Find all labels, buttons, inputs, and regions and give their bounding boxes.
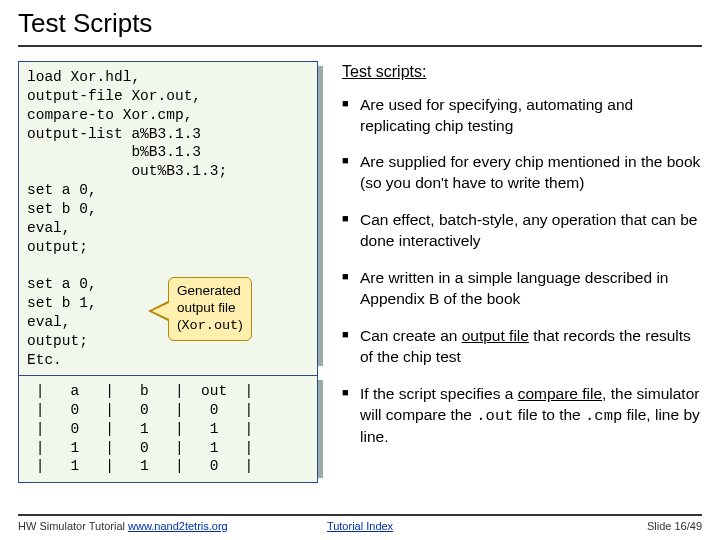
bullet-5: Can create an output file that records t… bbox=[342, 326, 702, 368]
bullet-2: Are supplied for every chip mentioned in… bbox=[342, 152, 702, 194]
footer-link[interactable]: www.nand2tetris.org bbox=[128, 520, 228, 532]
footer: HW Simulator Tutorial www.nand2tetris.or… bbox=[18, 514, 702, 532]
callout-line1: Generated bbox=[177, 283, 243, 300]
callout-box: Generated output file (Xor.out) bbox=[168, 277, 252, 341]
bullet-3: Can effect, batch-style, any operation t… bbox=[342, 210, 702, 252]
slide: Test Scripts load Xor.hdl, output-file X… bbox=[0, 0, 720, 540]
page-title: Test Scripts bbox=[18, 8, 702, 47]
code-box: load Xor.hdl, output-file Xor.out, compa… bbox=[18, 61, 318, 361]
footer-left: HW Simulator Tutorial www.nand2tetris.or… bbox=[18, 520, 228, 532]
bullet-1: Are used for specifying, automating and … bbox=[342, 95, 702, 137]
bullet-4: Are written in a simple language describ… bbox=[342, 268, 702, 310]
table-box: | a | b | out | | 0 | 0 | 0 | | 0 | 1 | … bbox=[18, 375, 318, 473]
bullet-list: Are used for specifying, automating and … bbox=[342, 95, 702, 448]
footer-center[interactable]: Tutorial Index bbox=[327, 520, 393, 532]
bullet-6: If the script specifies a compare file, … bbox=[342, 384, 702, 448]
callout-pointer-fill bbox=[152, 303, 169, 319]
footer-right: Slide 16/49 bbox=[647, 520, 702, 532]
section-heading: Test scripts: bbox=[342, 61, 702, 83]
callout-line3: (Xor.out) bbox=[177, 317, 243, 335]
table-content: | a | b | out | | 0 | 0 | 0 | | 0 | 1 | … bbox=[18, 375, 318, 483]
columns: load Xor.hdl, output-file Xor.out, compa… bbox=[18, 61, 702, 473]
callout-line2: output file bbox=[177, 300, 243, 317]
left-column: load Xor.hdl, output-file Xor.out, compa… bbox=[18, 61, 318, 473]
right-column: Test scripts: Are used for specifying, a… bbox=[342, 61, 702, 473]
